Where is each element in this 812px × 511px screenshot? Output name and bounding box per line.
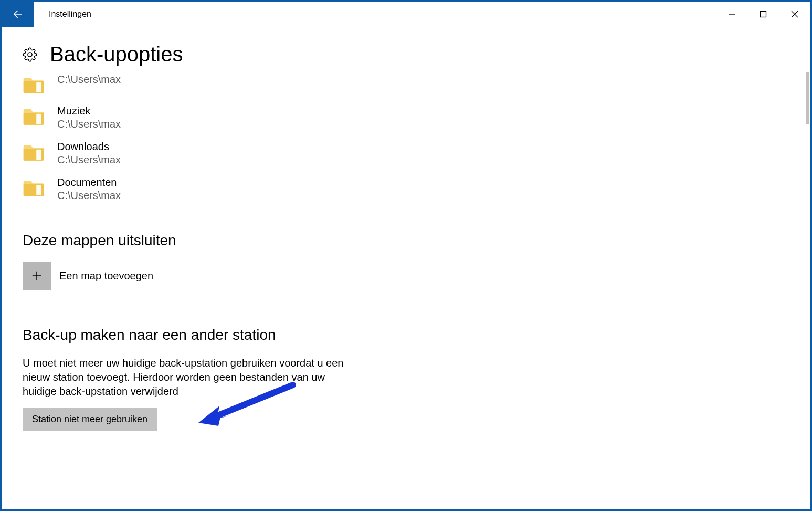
other-drive-description: U moet niet meer uw huidige back-upstati…	[23, 356, 348, 399]
folder-icon	[23, 143, 45, 162]
back-button[interactable]	[2, 2, 34, 27]
folder-name: Downloads	[57, 141, 121, 153]
folder-text: Muziek C:\Users\max	[57, 105, 121, 130]
svg-rect-6	[36, 150, 41, 160]
page-header: Back-upopties	[23, 43, 789, 66]
folder-item[interactable]: Muziek C:\Users\max	[23, 100, 789, 135]
folder-path: C:\Users\max	[57, 74, 121, 86]
stop-using-drive-button[interactable]: Station niet meer gebruiken	[23, 408, 157, 431]
folder-path: C:\Users\max	[57, 154, 121, 166]
page-title: Back-upopties	[50, 43, 183, 66]
minimize-button[interactable]	[716, 2, 747, 27]
maximize-icon	[760, 11, 767, 18]
folder-icon	[23, 76, 45, 95]
folder-path: C:\Users\max	[57, 190, 121, 202]
folder-item[interactable]: Downloads C:\Users\max	[23, 135, 789, 171]
titlebar: Instellingen	[2, 2, 810, 27]
window-title: Instellingen	[49, 9, 91, 19]
folder-item[interactable]: C:\Users\max	[23, 74, 789, 100]
svg-rect-4	[36, 82, 41, 92]
scrollbar-thumb[interactable]	[806, 72, 809, 124]
svg-rect-5	[36, 114, 41, 124]
folder-icon	[23, 107, 45, 126]
folder-path: C:\Users\max	[57, 118, 121, 130]
svg-rect-7	[36, 185, 41, 195]
exclude-heading: Deze mappen uitsluiten	[23, 232, 789, 249]
svg-rect-1	[761, 12, 766, 17]
plus-icon	[31, 270, 43, 281]
content-area: Back-upopties C:\Users\max	[2, 27, 810, 431]
folder-text: C:\Users\max	[57, 74, 121, 86]
maximize-button[interactable]	[747, 2, 779, 27]
folder-text: Documenten C:\Users\max	[57, 176, 121, 202]
folder-icon	[23, 179, 45, 197]
gear-icon	[23, 47, 37, 62]
plus-icon-box	[23, 262, 51, 290]
folder-name: Muziek	[57, 105, 121, 117]
add-folder-label: Een map toevoegen	[59, 270, 153, 282]
folder-item[interactable]: Documenten C:\Users\max	[23, 171, 789, 207]
arrow-left-icon	[12, 8, 24, 20]
window-controls	[716, 2, 810, 27]
folder-text: Downloads C:\Users\max	[57, 141, 121, 166]
folder-list: C:\Users\max Muziek C:\Users\max	[23, 74, 789, 207]
close-icon	[791, 11, 798, 18]
folder-name: Documenten	[57, 176, 121, 189]
other-drive-heading: Back-up maken naar een ander station	[23, 327, 789, 343]
minimize-icon	[728, 11, 735, 18]
close-button[interactable]	[779, 2, 810, 27]
add-folder-button[interactable]: Een map toevoegen	[23, 262, 789, 290]
